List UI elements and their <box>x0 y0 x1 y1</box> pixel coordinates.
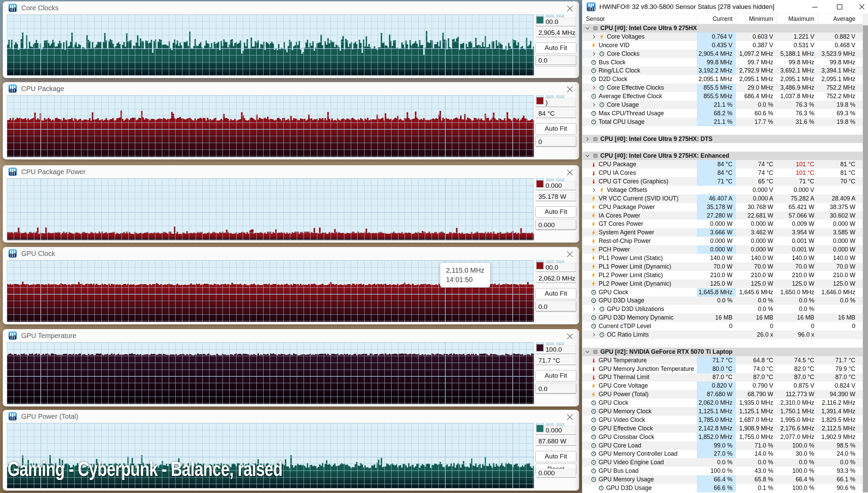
vertical-scrollbar[interactable] <box>863 14 868 493</box>
sensor-row[interactable]: GPU Effective Clock 2,142.8 MHz 1,908.9 … <box>583 424 868 433</box>
sensor-row[interactable]: GPU Video Clock 1,785.0 MHz 1,687.0 MHz … <box>583 416 868 424</box>
auto-fit-button[interactable]: Auto Fit <box>535 288 576 299</box>
sensor-row[interactable]: GPU D3D Usage 0.0 % 0.0 % 0.0 % 0.0 % <box>583 297 868 305</box>
sensor-row[interactable]: CPU Package Power 35.178 W 30.768 W 65.4… <box>583 203 868 211</box>
sensor-row[interactable]: GPU Video Engine Load 0.0 % 0.0 % 0.0 % … <box>583 458 868 467</box>
sensor-row[interactable]: Uncore VID 0.435 V 0.387 V 0.531 V 0.468… <box>583 41 868 50</box>
chevron-down-icon[interactable] <box>584 349 590 354</box>
sensor-row[interactable]: Core Usage 21.1 % 0.0 % 76.3 % 19.8 % <box>583 101 868 109</box>
sensor-row[interactable]: Rest-of-Chip Power 0.000 W 0.000 W 0.001… <box>583 237 868 245</box>
current-value-box[interactable]: 87.680 W <box>536 437 576 446</box>
legend-swatch-partial[interactable] <box>546 178 554 181</box>
sensor-row[interactable]: Current cTDP Level 0 0 0 0 <box>583 322 868 330</box>
series-color-swatch[interactable] <box>536 425 544 432</box>
legend-swatch-partial[interactable] <box>546 260 554 263</box>
sensor-row[interactable]: Core Effective Clocks 855.5 MHz 29.0 MHz… <box>583 83 868 92</box>
sensor-graph[interactable] <box>7 178 534 240</box>
auto-fit-button[interactable]: Auto Fit <box>535 206 576 218</box>
graph-window-title-bar[interactable]: GPU Temperature <box>3 329 579 342</box>
current-value-box[interactable]: 84 °C <box>536 109 576 118</box>
chevron-right-icon[interactable] <box>591 102 597 107</box>
graph-window-title-bar[interactable]: GPU Clock <box>3 247 579 260</box>
current-value-box[interactable]: 2,062.0 MHz <box>536 274 576 283</box>
sensor-row[interactable]: GPU D3D Usage 66.6 % 0.1 % 100.0 % 90.6 … <box>583 484 868 492</box>
sensor-row[interactable]: Voltage Offsets 0.000 V 0.000 V <box>583 186 868 194</box>
sensor-row[interactable]: Core Voltages 0.764 V 0.603 V 1.221 V 0.… <box>583 33 868 41</box>
current-value-box[interactable]: 35.178 W <box>536 192 576 201</box>
sensor-row[interactable]: Core Clocks 2,905.4 MHz 1,097.2 MHz 5,18… <box>583 50 868 58</box>
sensor-row[interactable]: GPU Clock 2,062.0 MHz 1,935.0 MHz 2,310.… <box>583 399 868 407</box>
sensor-row[interactable]: GT Cores Power 0.000 W 0.000 W 0.009 W 0… <box>583 220 868 228</box>
sensor-row[interactable]: VR VCC Current (SVID IOUT) 46.407 A 0.00… <box>583 194 868 203</box>
legend-swatch-partial[interactable] <box>546 342 554 345</box>
hwinfo-title-bar[interactable]: HWiNFO® 32 v8.30-5800 Sensor Status [278… <box>582 0 868 14</box>
sensor-row[interactable]: Ring/LLC Clock 3,192.2 MHz 2,792.9 MHz 3… <box>583 66 868 75</box>
close-icon[interactable] <box>566 85 574 93</box>
legend-swatch-partial[interactable] <box>557 260 564 263</box>
graph-window-title-bar[interactable]: CPU Package <box>3 82 579 95</box>
legend-swatch-partial[interactable] <box>546 423 554 426</box>
scale-min-box[interactable]: 0 <box>536 138 576 146</box>
legend-swatch-partial[interactable] <box>546 95 554 98</box>
sensor-row[interactable]: System Agent Power 3.666 W 3.462 W 3.954… <box>583 228 868 237</box>
sensor-row[interactable]: GPU Core Load 99.0 % 71.0 % 100.0 % 98.5… <box>583 441 868 450</box>
chevron-right-icon[interactable] <box>591 85 597 90</box>
chevron-right-icon[interactable] <box>591 307 597 312</box>
close-icon[interactable] <box>566 168 574 177</box>
sensor-graph[interactable] <box>7 342 534 404</box>
sensor-row[interactable]: GPU D3D Utilizations 0.0 % 0.0 % <box>583 305 868 313</box>
current-value-box[interactable]: 2,905.4 MHz <box>536 28 576 37</box>
sensor-row[interactable]: GPU Power (Total) 87.680 W 68.790 W 112.… <box>583 390 868 399</box>
auto-fit-button[interactable]: Auto Fit <box>535 123 576 134</box>
series-color-swatch[interactable] <box>536 180 544 187</box>
legend-swatch-partial[interactable] <box>557 14 564 17</box>
sensor-row[interactable]: CPU IA Cores 84 °C 74 °C 101 °C 81 °C <box>583 169 868 177</box>
scale-min-box[interactable]: 0.0 <box>536 302 576 311</box>
sensor-row[interactable]: GPU Memory Junction Temperature 80.0 °C … <box>583 365 868 373</box>
sensor-row[interactable]: Average Effective Clock 855.5 MHz 686.4 … <box>583 92 868 101</box>
chevron-right-icon[interactable] <box>591 34 597 39</box>
sensor-row[interactable]: PL1 Power Limit (Static) 140.0 W 140.0 W… <box>583 254 868 262</box>
legend-swatch-partial[interactable] <box>557 95 564 98</box>
series-color-swatch[interactable] <box>536 344 544 351</box>
legend-swatch-partial[interactable] <box>546 14 554 17</box>
sensor-row[interactable]: Total CPU Usage 21.1 % 17.7 % 31.6 % 19.… <box>583 118 868 126</box>
sensor-row[interactable]: GPU D3D Memory Dynamic 16 MB 16 MB 16 MB… <box>583 313 868 322</box>
series-color-swatch[interactable] <box>536 16 544 24</box>
sensor-row[interactable]: GPU Temperature 71.7 °C 64.8 °C 74.5 °C … <box>583 356 868 365</box>
maximize-icon[interactable] <box>833 2 846 11</box>
legend-swatch-partial[interactable] <box>557 342 564 345</box>
sensor-row[interactable]: CPU GT Cores (Graphics) 71 °C 65 °C 71 °… <box>583 177 868 186</box>
close-icon[interactable] <box>855 2 868 11</box>
sensor-row[interactable]: GPU Core Voltage 0.820 V 0.790 V 0.875 V… <box>583 381 868 390</box>
sensor-group-header[interactable]: CPU [#0]: Intel Core Ultra 9 275HX: DTS <box>583 135 868 143</box>
sensor-row[interactable]: GPU Bus Load 100.0 % 43.0 % 100.0 % 93.3… <box>583 467 868 475</box>
close-icon[interactable] <box>566 4 574 13</box>
sensor-row[interactable]: GPU Thermal Limit 87.0 °C 87.0 °C 87.0 °… <box>583 373 868 382</box>
legend-swatch-partial[interactable] <box>557 178 564 181</box>
current-value-box[interactable]: 71.7 °C <box>536 356 576 365</box>
sensor-row[interactable]: PL2 Power Limit (Dynamic) 125.0 W 125.0 … <box>583 280 868 288</box>
close-icon[interactable] <box>566 332 574 340</box>
sensor-group-header[interactable]: CPU [#0]: Intel Core Ultra 9 275HX <box>583 24 868 33</box>
chevron-right-icon[interactable] <box>584 137 590 142</box>
sensor-row[interactable]: GPU Memory Usage 66.4 % 65.8 % 66.4 % 66… <box>583 475 868 484</box>
sensor-row[interactable]: GPU Crossbar Clock 1,852.0 MHz 1,755.0 M… <box>583 433 868 441</box>
sensor-row[interactable]: PCH Power 0.000 W 0.000 W 0.001 W 0.000 … <box>583 245 868 254</box>
sensor-row[interactable]: GPU Memory Clock 1,125.1 MHz 1,125.1 MHz… <box>583 407 868 416</box>
auto-fit-button[interactable]: Auto Fit <box>535 451 576 462</box>
chevron-right-icon[interactable] <box>591 187 597 193</box>
auto-fit-button[interactable]: Auto Fit <box>535 370 576 381</box>
scale-min-box[interactable]: 0.000 <box>536 221 576 230</box>
sensor-graph[interactable] <box>7 14 534 76</box>
column-current[interactable]: Current <box>697 14 736 24</box>
series-color-swatch[interactable] <box>536 97 544 104</box>
graph-window-title-bar[interactable]: GPU Power (Total) <box>3 410 579 423</box>
auto-fit-button[interactable]: Auto Fit <box>535 42 576 54</box>
sensor-group-header[interactable]: GPU [#2]: NVIDIA GeForce RTX 5070 Ti Lap… <box>583 348 868 356</box>
graph-window-title-bar[interactable]: CPU Package Power <box>3 165 579 178</box>
sensor-row[interactable]: PL2 Power Limit (Static) 210.0 W 210.0 W… <box>583 271 868 280</box>
sensor-row[interactable]: CPU Package 84 °C 74 °C 101 °C 81 °C <box>583 160 868 169</box>
sensor-row[interactable]: D2D Clock 2,095.1 MHz 2,095.1 MHz 2,095.… <box>583 75 868 83</box>
sensor-row[interactable]: OC Ratio Limits 26.0 x 96.0 x <box>583 330 868 339</box>
